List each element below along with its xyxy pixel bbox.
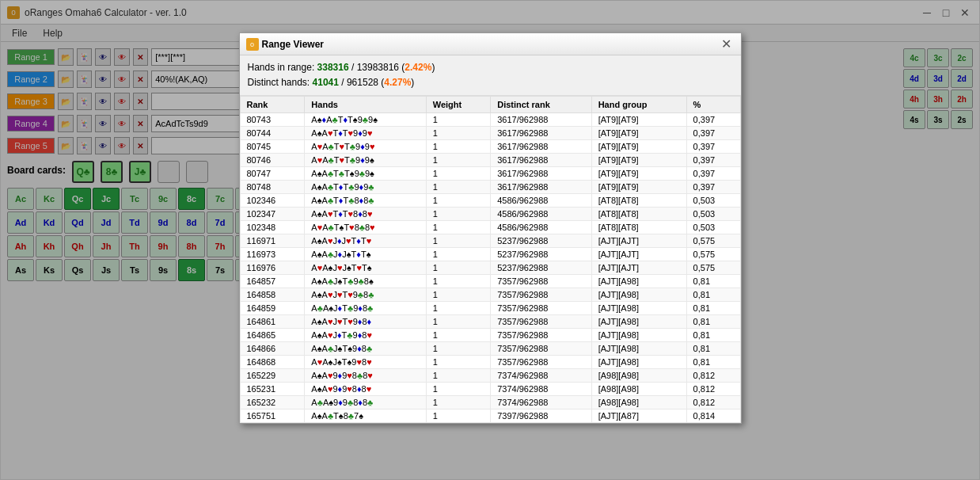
hands-in-range-text: Hands in range: 338316 / 13983816 (2.42%… xyxy=(248,60,733,75)
cell-weight: 1 xyxy=(426,302,490,315)
cell-hand-group: [AJT][A98] xyxy=(591,315,686,329)
cell-rank: 102346 xyxy=(240,194,305,208)
cell-rank: 116976 xyxy=(240,261,305,275)
cell-rank: 165231 xyxy=(240,383,305,396)
cell-hands: A♥A♣T♠T♥8♣8♥ xyxy=(305,221,426,234)
dialog-table-container[interactable]: Rank Hands Weight Distinct rank Hand gro… xyxy=(240,96,741,423)
table-row: 165232 A♣A♠9♦9♣8♦8♣ 1 7374/962988 [A98][… xyxy=(240,396,740,410)
hands-table: Rank Hands Weight Distinct rank Hand gro… xyxy=(240,96,741,423)
table-row: 116971 A♠A♥J♦J♥T♦T♥ 1 5237/962988 [AJT][… xyxy=(240,234,740,248)
col-weight: Weight xyxy=(426,97,490,113)
cell-hands: A♠A♣T♦T♣8♦8♣ xyxy=(305,194,426,208)
cell-rank: 165751 xyxy=(240,410,305,423)
dialog-icon: o xyxy=(246,38,259,51)
cell-hands: A♠A♣T♣T♠9♣9♠ xyxy=(305,167,426,181)
cell-distinct-rank: 3617/962988 xyxy=(491,181,591,194)
cell-pct: 0,812 xyxy=(686,383,740,396)
total-hands: 13983816 xyxy=(357,62,399,73)
cell-hand-group: [AJT][A98] xyxy=(591,275,686,288)
cell-weight: 1 xyxy=(426,275,490,288)
cell-weight: 1 xyxy=(426,154,490,167)
table-row: 164861 A♠A♥J♥T♥9♦8♦ 1 7357/962988 [AJT][… xyxy=(240,315,740,329)
cell-hands: A♠A♥J♦J♥T♦T♥ xyxy=(305,234,426,248)
cell-distinct-rank: 5237/962988 xyxy=(491,234,591,248)
cell-hands: A♠A♥J♦T♣9♦8♥ xyxy=(305,329,426,342)
table-row: 80743 A♠♦A♣T♦T♠9♣9♠ 1 3617/962988 [AT9][… xyxy=(240,113,740,127)
cell-rank: 164868 xyxy=(240,356,305,369)
cell-distinct-rank: 3617/962988 xyxy=(491,113,591,127)
cell-pct: 0,397 xyxy=(686,113,740,127)
cell-weight: 1 xyxy=(426,315,490,329)
cell-distinct-rank: 5237/962988 xyxy=(491,261,591,275)
cell-pct: 0,397 xyxy=(686,154,740,167)
table-row: 80748 A♠A♣T♦T♣9♦9♣ 1 3617/962988 [AT9][A… xyxy=(240,181,740,194)
table-row: 116976 A♥A♠J♥J♠T♥T♠ 1 5237/962988 [AJT][… xyxy=(240,261,740,275)
cell-weight: 1 xyxy=(426,396,490,410)
cell-pct: 0,81 xyxy=(686,302,740,315)
cell-hands: A♠A♥9♦9♥8♣8♥ xyxy=(305,369,426,383)
table-row: 102348 A♥A♣T♠T♥8♣8♥ 1 4586/962988 [AT8][… xyxy=(240,221,740,234)
cell-pct: 0,81 xyxy=(686,342,740,356)
table-row: 164865 A♠A♥J♦T♣9♦8♥ 1 7357/962988 [AJT][… xyxy=(240,329,740,342)
cell-distinct-rank: 7357/962988 xyxy=(491,288,591,302)
cell-pct: 0,812 xyxy=(686,369,740,383)
table-row: 164859 A♣A♠J♦T♣9♦8♣ 1 7357/962988 [AJT][… xyxy=(240,302,740,315)
cell-weight: 1 xyxy=(426,329,490,342)
cell-pct: 0,81 xyxy=(686,356,740,369)
cell-distinct-rank: 7357/962988 xyxy=(491,342,591,356)
table-row: 102346 A♠A♣T♦T♣8♦8♣ 1 4586/962988 [AT8][… xyxy=(240,194,740,208)
cell-distinct-rank: 7357/962988 xyxy=(491,315,591,329)
cell-rank: 80744 xyxy=(240,127,305,140)
cell-distinct-rank: 7357/962988 xyxy=(491,329,591,342)
table-row: 80744 A♠A♥T♦T♥9♦9♥ 1 3617/962988 [AT9][A… xyxy=(240,127,740,140)
cell-weight: 1 xyxy=(426,383,490,396)
cell-hands: A♠A♣J♠T♣9♣8♠ xyxy=(305,275,426,288)
cell-pct: 0,812 xyxy=(686,396,740,410)
table-row: 80747 A♠A♣T♣T♠9♣9♠ 1 3617/962988 [AT9][A… xyxy=(240,167,740,181)
cell-hand-group: [AJT][A87] xyxy=(591,410,686,423)
cell-hand-group: [A98][A98] xyxy=(591,396,686,410)
cell-hands: A♠♦A♣T♦T♠9♣9♠ xyxy=(305,113,426,127)
table-row: 165751 A♠A♣T♠8♣7♠ 1 7397/962988 [AJT][A8… xyxy=(240,410,740,423)
cell-hand-group: [AJT][AJT] xyxy=(591,248,686,261)
cell-hand-group: [AJT][A98] xyxy=(591,342,686,356)
cell-hands: A♥A♣T♥T♣9♦9♥ xyxy=(305,140,426,154)
cell-weight: 1 xyxy=(426,208,490,221)
cell-hand-group: [A98][A98] xyxy=(591,383,686,396)
cell-weight: 1 xyxy=(426,167,490,181)
cell-rank: 164857 xyxy=(240,275,305,288)
cell-hand-group: [AT9][AT9] xyxy=(591,167,686,181)
cell-weight: 1 xyxy=(426,234,490,248)
cell-pct: 0,575 xyxy=(686,234,740,248)
main-window: o oRanges Omaha6 Calculator - ver. 1.0 ─… xyxy=(0,0,980,480)
cell-weight: 1 xyxy=(426,342,490,356)
cell-pct: 0,397 xyxy=(686,127,740,140)
dialog-overlay: o Range Viewer ✕ Hands in range: 338316 … xyxy=(1,1,979,479)
cell-hand-group: [AJT][AJT] xyxy=(591,234,686,248)
cell-pct: 0,575 xyxy=(686,248,740,261)
dialog-close-button[interactable]: ✕ xyxy=(719,36,735,52)
dialog-title: Range Viewer xyxy=(262,39,324,50)
cell-rank: 80743 xyxy=(240,113,305,127)
cell-hands: A♠A♥9♦9♥8♦8♥ xyxy=(305,383,426,396)
table-row: 116973 A♠A♣J♦J♠T♦T♠ 1 5237/962988 [AJT][… xyxy=(240,248,740,261)
cell-rank: 116971 xyxy=(240,234,305,248)
cell-weight: 1 xyxy=(426,410,490,423)
cell-hands: A♠A♣J♦J♠T♦T♠ xyxy=(305,248,426,261)
cell-distinct-rank: 3617/962988 xyxy=(491,154,591,167)
distinct-value: 41041 xyxy=(313,77,339,88)
col-hands: Hands xyxy=(305,97,426,113)
cell-pct: 0,575 xyxy=(686,261,740,275)
cell-hand-group: [AJT][A98] xyxy=(591,356,686,369)
cell-distinct-rank: 7357/962988 xyxy=(491,356,591,369)
col-distinct-rank: Distinct rank xyxy=(491,97,591,113)
cell-hand-group: [AT8][AT8] xyxy=(591,194,686,208)
cell-rank: 164861 xyxy=(240,315,305,329)
cell-rank: 164866 xyxy=(240,342,305,356)
dialog-info: Hands in range: 338316 / 13983816 (2.42%… xyxy=(240,55,741,96)
cell-hands: A♠A♥J♥T♥9♦8♦ xyxy=(305,315,426,329)
cell-hands: A♣A♠9♦9♣8♦8♣ xyxy=(305,396,426,410)
cell-hand-group: [AT9][AT9] xyxy=(591,140,686,154)
dialog-title-bar: o Range Viewer ✕ xyxy=(240,33,741,55)
distinct-total: 961528 xyxy=(347,77,378,88)
